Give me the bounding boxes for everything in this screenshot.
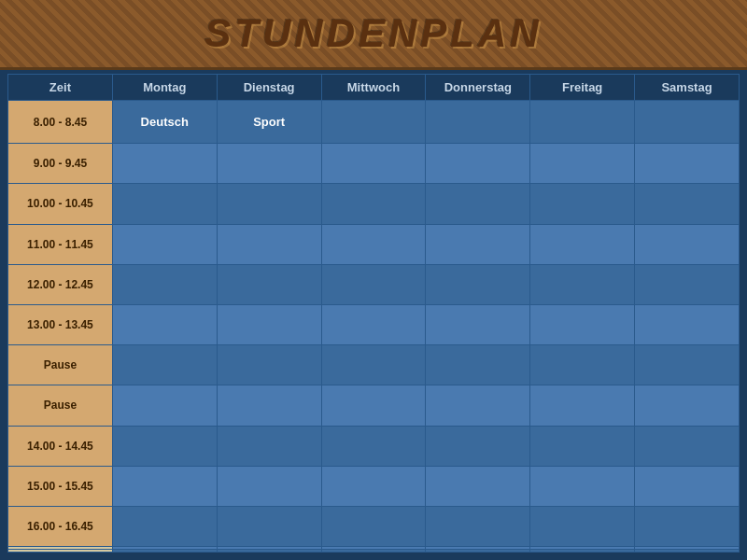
zeit-cell — [8, 550, 113, 553]
data-cell — [321, 304, 426, 344]
data-cell — [426, 264, 530, 304]
page-wrapper: STUNDENPLAN Zeit Montag Dienstag Mittwoc… — [0, 0, 747, 560]
data-cell — [635, 550, 740, 553]
data-cell — [426, 550, 530, 553]
data-cell — [635, 466, 740, 506]
table-row — [8, 550, 740, 553]
data-cell — [217, 144, 321, 184]
data-cell — [530, 466, 635, 506]
zeit-cell: Pause — [8, 385, 113, 426]
data-cell — [635, 506, 740, 546]
data-cell — [321, 101, 426, 144]
data-cell — [217, 466, 321, 506]
table-row: Pause — [8, 345, 740, 385]
data-cell — [112, 184, 217, 224]
data-cell — [635, 345, 740, 385]
data-cell — [426, 506, 530, 546]
data-cell — [530, 264, 635, 304]
data-cell — [217, 506, 321, 546]
data-cell — [426, 385, 530, 426]
data-cell — [112, 426, 217, 466]
data-cell — [321, 264, 426, 304]
data-cell — [112, 144, 217, 184]
col-samstag: Samstag — [635, 75, 740, 101]
data-cell — [635, 101, 740, 144]
data-cell — [530, 144, 635, 184]
table-row: 9.00 - 9.45 — [8, 144, 740, 184]
data-cell — [530, 101, 635, 144]
zeit-cell: 8.00 - 8.45 — [8, 101, 113, 144]
col-zeit: Zeit — [8, 75, 113, 101]
data-cell — [530, 184, 635, 224]
data-cell — [217, 184, 321, 224]
schedule-table: Zeit Montag Dienstag Mittwoch Donnerstag… — [7, 74, 740, 553]
data-cell — [112, 466, 217, 506]
data-cell — [217, 550, 321, 553]
data-cell — [530, 385, 635, 426]
zeit-cell: 14.00 - 14.45 — [8, 426, 113, 466]
data-cell — [635, 304, 740, 344]
zeit-cell: 12.00 - 12.45 — [8, 264, 113, 304]
zeit-cell: 9.00 - 9.45 — [8, 144, 113, 184]
table-row: 10.00 - 10.45 — [8, 184, 740, 224]
data-cell — [635, 184, 740, 224]
data-cell — [426, 184, 530, 224]
data-cell — [635, 224, 740, 264]
col-montag: Montag — [112, 75, 217, 101]
data-cell — [635, 426, 740, 466]
data-cell — [321, 426, 426, 466]
data-cell — [426, 144, 530, 184]
deutsch-cell: Deutsch — [112, 101, 217, 144]
page-title: STUNDENPLAN — [204, 11, 542, 55]
zeit-cell: 10.00 - 10.45 — [8, 184, 113, 224]
data-cell — [426, 101, 530, 144]
data-cell — [530, 550, 635, 553]
data-cell — [530, 304, 635, 344]
zeit-cell: 11.00 - 11.45 — [8, 224, 113, 264]
data-cell — [217, 304, 321, 344]
data-cell — [426, 345, 530, 385]
col-freitag: Freitag — [530, 75, 635, 101]
table-row: 11.00 - 11.45 — [8, 224, 740, 264]
data-cell — [321, 466, 426, 506]
zeit-cell: 13.00 - 13.45 — [8, 304, 113, 344]
data-cell — [635, 264, 740, 304]
col-donnerstag: Donnerstag — [426, 75, 530, 101]
data-cell — [217, 426, 321, 466]
data-cell — [321, 184, 426, 224]
table-row: Pause — [8, 385, 740, 426]
data-cell — [426, 224, 530, 264]
header: STUNDENPLAN — [0, 0, 747, 70]
data-cell — [112, 385, 217, 426]
table-container: Zeit Montag Dienstag Mittwoch Donnerstag… — [0, 70, 747, 560]
data-cell — [426, 466, 530, 506]
data-cell — [426, 304, 530, 344]
data-cell — [217, 224, 321, 264]
col-mittwoch: Mittwoch — [321, 75, 426, 101]
header-row: Zeit Montag Dienstag Mittwoch Donnerstag… — [8, 75, 740, 101]
data-cell — [530, 506, 635, 546]
data-cell — [530, 426, 635, 466]
table-row: 8.00 - 8.45DeutschSport — [8, 101, 740, 144]
zeit-cell: 16.00 - 16.45 — [8, 506, 113, 546]
data-cell — [112, 506, 217, 546]
data-cell — [217, 345, 321, 385]
data-cell — [112, 264, 217, 304]
table-row: 13.00 - 13.45 — [8, 304, 740, 344]
data-cell — [112, 304, 217, 344]
zeit-cell: Pause — [8, 345, 113, 385]
data-cell — [112, 224, 217, 264]
data-cell — [112, 550, 217, 553]
data-cell — [321, 550, 426, 553]
table-row: 12.00 - 12.45 — [8, 264, 740, 304]
table-row: 16.00 - 16.45 — [8, 506, 740, 546]
data-cell — [112, 345, 217, 385]
data-cell — [321, 385, 426, 426]
data-cell — [530, 345, 635, 385]
table-row: 14.00 - 14.45 — [8, 426, 740, 466]
col-dienstag: Dienstag — [217, 75, 321, 101]
data-cell — [321, 144, 426, 184]
data-cell — [217, 264, 321, 304]
data-cell — [635, 144, 740, 184]
table-row: 15.00 - 15.45 — [8, 466, 740, 506]
